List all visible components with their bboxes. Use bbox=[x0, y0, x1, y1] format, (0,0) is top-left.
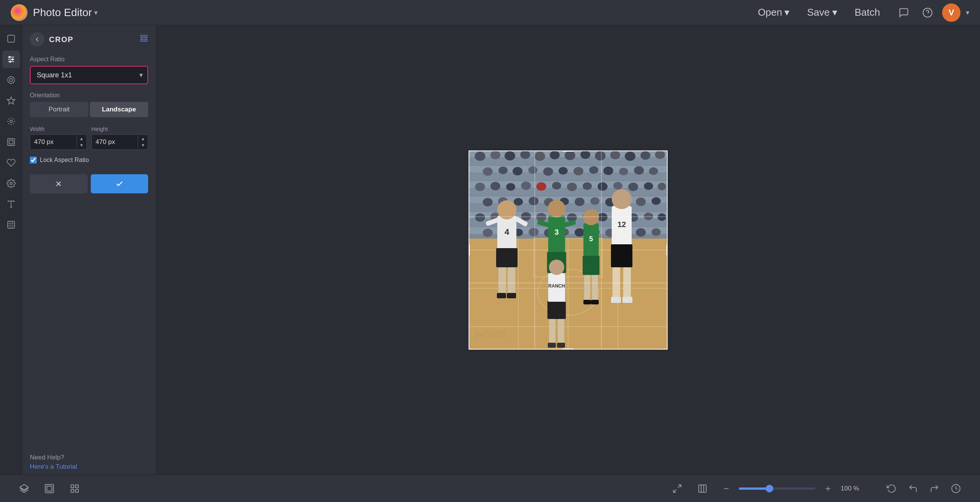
svg-point-76 bbox=[514, 198, 523, 206]
svg-rect-169 bbox=[75, 485, 78, 488]
svg-point-89 bbox=[521, 212, 531, 221]
width-group: Width ▲ ▼ bbox=[30, 126, 87, 150]
height-label: Height bbox=[91, 126, 149, 132]
batch-button[interactable]: Batch bbox=[848, 3, 887, 21]
svg-point-56 bbox=[589, 166, 598, 174]
grid-bottom-button[interactable] bbox=[66, 480, 83, 497]
feedback-button[interactable] bbox=[895, 3, 913, 22]
svg-point-38 bbox=[505, 151, 515, 160]
dimensions-row: Width ▲ ▼ Height ▲ bbox=[30, 126, 148, 150]
frames-bottom-button[interactable] bbox=[41, 480, 58, 497]
svg-point-44 bbox=[595, 151, 606, 160]
svg-point-110 bbox=[652, 228, 661, 236]
height-increment[interactable]: ▲ bbox=[138, 136, 148, 142]
svg-point-61 bbox=[475, 183, 485, 191]
orientation-label: Orientation bbox=[30, 92, 148, 99]
svg-text:RANCH: RANCH bbox=[548, 283, 565, 289]
svg-point-105 bbox=[575, 228, 585, 237]
sidebar-item-frames[interactable] bbox=[2, 133, 20, 151]
svg-rect-124 bbox=[508, 267, 515, 294]
svg-point-41 bbox=[550, 151, 560, 159]
lock-label: Lock Aspect Ratio bbox=[40, 157, 89, 164]
topnav-right: V ▾ bbox=[895, 3, 969, 22]
panel-expand-button[interactable] bbox=[140, 34, 148, 45]
zoom-in-button[interactable]: + bbox=[821, 481, 835, 496]
portrait-button[interactable]: Portrait bbox=[30, 102, 88, 117]
svg-rect-21 bbox=[141, 39, 143, 41]
cancel-button[interactable] bbox=[30, 174, 88, 193]
sidebar-item-ai[interactable] bbox=[2, 113, 20, 130]
sidebar-item-text[interactable] bbox=[2, 195, 20, 213]
undo-button[interactable] bbox=[904, 480, 922, 497]
svg-point-109 bbox=[636, 228, 646, 237]
tutorial-link[interactable]: Here's a Tutorial bbox=[30, 463, 77, 470]
aspect-ratio-select[interactable]: Square 1x1 Free 4:3 16:9 3:2 2:3 Custom bbox=[30, 66, 148, 84]
svg-rect-162 bbox=[557, 343, 565, 348]
sidebar-item-layers[interactable] bbox=[2, 30, 20, 47]
svg-rect-159 bbox=[549, 319, 555, 344]
bottom-bar: − + 100 % bbox=[0, 474, 980, 502]
svg-point-77 bbox=[529, 197, 539, 205]
svg-point-55 bbox=[573, 167, 583, 175]
svg-point-14 bbox=[10, 182, 12, 185]
open-button[interactable]: Open ▾ bbox=[751, 3, 797, 21]
height-input[interactable] bbox=[92, 135, 138, 149]
zoom-slider-thumb[interactable] bbox=[766, 485, 773, 492]
user-avatar[interactable]: V bbox=[942, 3, 960, 22]
layers-button[interactable] bbox=[15, 480, 33, 497]
panel-title: CROP bbox=[49, 35, 135, 44]
width-increment[interactable]: ▲ bbox=[77, 136, 87, 142]
svg-point-48 bbox=[655, 150, 665, 159]
sidebar-item-adjustments[interactable] bbox=[2, 51, 20, 68]
svg-point-50 bbox=[498, 167, 508, 174]
svg-text:3: 3 bbox=[554, 228, 559, 236]
confirm-button[interactable] bbox=[91, 174, 149, 193]
zoom-out-button[interactable]: − bbox=[719, 481, 733, 496]
landscape-button[interactable]: Landscape bbox=[90, 102, 149, 117]
svg-point-42 bbox=[565, 151, 575, 160]
lock-checkbox[interactable] bbox=[30, 157, 37, 164]
sidebar-item-settings[interactable] bbox=[2, 175, 20, 192]
svg-rect-166 bbox=[45, 484, 54, 493]
canvas-area[interactable]: 4 bbox=[156, 25, 980, 474]
svg-point-97 bbox=[644, 213, 653, 220]
svg-point-58 bbox=[619, 168, 628, 175]
svg-point-99 bbox=[483, 229, 493, 237]
actual-size-button[interactable] bbox=[694, 480, 711, 497]
width-decrement[interactable]: ▼ bbox=[77, 142, 87, 149]
width-spinners: ▲ ▼ bbox=[77, 136, 87, 149]
svg-point-80 bbox=[575, 198, 585, 206]
width-input[interactable] bbox=[30, 135, 77, 149]
svg-point-65 bbox=[536, 182, 546, 191]
svg-point-6 bbox=[12, 59, 13, 60]
help-button[interactable] bbox=[918, 3, 937, 22]
avatar-chevron[interactable]: ▾ bbox=[966, 8, 969, 17]
panel-content: Aspect Ratio Square 1x1 Free 4:3 16:9 3:… bbox=[22, 52, 156, 474]
svg-point-102 bbox=[529, 228, 539, 236]
svg-point-63 bbox=[506, 183, 515, 191]
svg-rect-152 bbox=[592, 275, 598, 301]
save-button[interactable]: Save ▾ bbox=[800, 3, 844, 21]
sidebar-item-effects[interactable] bbox=[2, 92, 20, 110]
svg-point-67 bbox=[567, 183, 577, 191]
sidebar-item-texture[interactable] bbox=[2, 216, 20, 234]
help-section: Need Help? Here's a Tutorial bbox=[30, 454, 148, 471]
svg-point-39 bbox=[520, 150, 530, 159]
sidebar-item-favorites[interactable] bbox=[2, 154, 20, 172]
zoom-slider-track[interactable] bbox=[739, 487, 815, 490]
height-decrement[interactable]: ▼ bbox=[138, 142, 148, 149]
app-title-chevron[interactable]: ▾ bbox=[94, 8, 98, 17]
panel-back-button[interactable] bbox=[30, 32, 44, 47]
sidebar-item-filter[interactable] bbox=[2, 71, 20, 89]
svg-point-37 bbox=[490, 151, 500, 159]
svg-text:5: 5 bbox=[589, 235, 593, 243]
svg-rect-142 bbox=[611, 244, 632, 267]
redo-button[interactable] bbox=[926, 480, 943, 497]
fit-button[interactable] bbox=[668, 480, 686, 497]
height-spinners: ▲ ▼ bbox=[138, 136, 148, 149]
svg-rect-126 bbox=[507, 293, 516, 298]
rotate-button[interactable] bbox=[883, 480, 900, 497]
aspect-ratio-label: Aspect Ratio bbox=[30, 56, 148, 63]
svg-point-46 bbox=[625, 152, 635, 161]
history-button[interactable] bbox=[947, 480, 965, 497]
